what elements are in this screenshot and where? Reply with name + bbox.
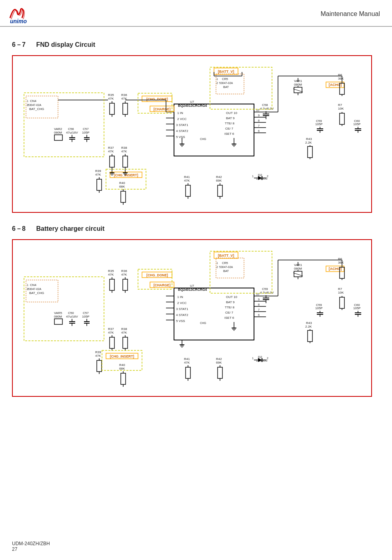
svg-text:R43: R43 <box>306 137 312 141</box>
svg-text:BAT: BAT <box>223 269 229 273</box>
unimo-logo: unimo <box>8 4 44 24</box>
svg-text:47K: 47K <box>108 97 114 100</box>
svg-text:68K: 68K <box>119 367 125 370</box>
svg-text:7: 7 <box>258 308 260 311</box>
circuit-svg-1: [BATT_V] [ACHO] R6 36K R7 10K VAR1 080M <box>17 60 367 208</box>
svg-text:R39: R39 <box>95 350 101 354</box>
main-content: 6－7 FND display Circuit [BATT_V] [ACHO] … <box>0 27 392 417</box>
svg-text:3  STAT1: 3 STAT1 <box>176 307 188 311</box>
svg-text:36K: 36K <box>338 77 344 80</box>
svg-text:R41: R41 <box>184 357 190 361</box>
svg-text:5  VSS: 5 VSS <box>176 135 185 139</box>
svg-text:2: 2 <box>267 175 268 178</box>
section-6-8-heading: 6－8 Battery charger circuit <box>12 225 380 233</box>
circuit-diagram-1: [BATT_V] [ACHO] R6 36K R7 10K VAR1 080M <box>12 55 372 213</box>
section-6-7-title: FND display Circuit <box>36 41 95 48</box>
svg-text:2: 2 <box>216 266 218 268</box>
svg-text:1  IN: 1 IN <box>177 295 183 299</box>
svg-text:5  VSS: 5 VSS <box>176 319 185 323</box>
footer-model: UDM-240ZH/ZBH <box>12 541 50 546</box>
svg-text:47K: 47K <box>108 273 114 276</box>
svg-text:R37: R37 <box>108 146 114 150</box>
section-6-8-title: Battery charger circuit <box>36 225 104 232</box>
svg-text:9: 9 <box>258 114 260 117</box>
footer-page: 27 <box>12 546 50 552</box>
svg-text:CE/   7: CE/ 7 <box>225 311 234 314</box>
svg-text:[BATT_V]: [BATT_V] <box>218 254 234 258</box>
svg-text:CR5: CR5 <box>222 261 228 265</box>
svg-text:R38: R38 <box>121 146 127 150</box>
svg-text:105P: 105P <box>353 122 361 126</box>
svg-text:47u/16V: 47u/16V <box>66 315 78 318</box>
header-title: Maintenance Manual <box>320 10 380 18</box>
svg-text:1: 1 <box>27 100 28 102</box>
svg-text:47K: 47K <box>121 331 127 334</box>
svg-text:105P: 105P <box>353 306 361 310</box>
svg-text:69K: 69K <box>216 361 222 364</box>
svg-text:2  VCC: 2 VCC <box>177 301 187 305</box>
svg-text:R40: R40 <box>119 181 125 185</box>
svg-text:BAT: BAT <box>223 85 229 89</box>
svg-text:36K: 36K <box>338 261 344 264</box>
svg-text:47K: 47K <box>95 354 101 358</box>
svg-text:2: 2 <box>267 357 268 360</box>
svg-text:R35: R35 <box>108 269 114 273</box>
svg-text:ISET   6: ISET 6 <box>224 316 234 320</box>
svg-text:47K: 47K <box>108 150 114 153</box>
header: unimo Maintenance Manual <box>0 0 392 27</box>
svg-text:[CHARGE]: [CHARGE] <box>154 283 171 287</box>
svg-text:68K: 68K <box>119 185 125 188</box>
svg-text:[CHARGE]: [CHARGE] <box>154 107 171 111</box>
svg-text:10K: 10K <box>338 291 344 294</box>
svg-text:OUT  10: OUT 10 <box>226 111 237 115</box>
svg-text:8: 8 <box>258 303 260 306</box>
section-6-7-label: 6－7 <box>12 41 26 48</box>
svg-text:2: 2 <box>27 288 28 290</box>
svg-text:R7: R7 <box>338 103 342 107</box>
svg-text:CE/   7: CE/ 7 <box>225 127 234 130</box>
svg-text:R43: R43 <box>306 321 312 325</box>
svg-text:1: 1 <box>252 357 254 360</box>
footer: UDM-240ZH/ZBH 27 <box>12 541 50 552</box>
svg-text:R36: R36 <box>121 93 127 97</box>
svg-text:C59: C59 <box>262 287 268 291</box>
svg-text:BAT   9: BAT 9 <box>226 116 235 120</box>
svg-text:6: 6 <box>258 314 260 316</box>
svg-text:2  VCC: 2 VCC <box>177 117 187 121</box>
svg-text:53047-02A: 53047-02A <box>219 82 233 84</box>
section-6-8-label: 6－8 <box>12 225 26 232</box>
svg-text:ISET   6: ISET 6 <box>224 132 234 136</box>
svg-text:47K: 47K <box>184 361 190 364</box>
svg-text:47u/16V: 47u/16V <box>66 131 78 134</box>
svg-text:VAR2: VAR2 <box>54 127 62 131</box>
svg-text:1  IN: 1 IN <box>177 111 183 115</box>
svg-text:2: 2 <box>216 82 218 84</box>
svg-text:OUT  10: OUT 10 <box>226 295 237 299</box>
svg-text:105P: 105P <box>315 306 323 310</box>
svg-text:R40: R40 <box>119 363 125 367</box>
svg-text:2.2K: 2.2K <box>305 325 312 328</box>
svg-text:R36: R36 <box>121 269 127 273</box>
svg-text:6: 6 <box>258 130 260 132</box>
svg-text:TTE/   8: TTE/ 8 <box>225 306 235 309</box>
circuit-svg-2: [BATT_V] [ACHO] R6 36K R7 10K VAR1 080M <box>17 244 367 392</box>
svg-text:53047-02A: 53047-02A <box>219 266 233 268</box>
svg-text:1: 1 <box>216 78 218 80</box>
svg-text:2.2K: 2.2K <box>305 141 312 144</box>
svg-text:4  STAT2: 4 STAT2 <box>176 129 188 133</box>
svg-text:53047-02A: 53047-02A <box>28 288 42 290</box>
svg-text:[CHG_DONE]: [CHG_DONE] <box>146 97 168 101</box>
svg-text:CN4: CN4 <box>30 99 37 103</box>
svg-text:2: 2 <box>27 104 28 106</box>
svg-text:47K: 47K <box>95 173 101 176</box>
svg-text:[CHG_INSERT]: [CHG_INSERT] <box>110 354 134 358</box>
svg-text:R38: R38 <box>121 327 127 331</box>
svg-text:080M: 080M <box>54 315 62 318</box>
svg-text:1: 1 <box>216 262 218 264</box>
svg-text:U7: U7 <box>190 100 194 104</box>
svg-text:CN4: CN4 <box>30 283 37 287</box>
svg-text:unimo: unimo <box>10 18 27 24</box>
svg-text:080M: 080M <box>294 83 302 86</box>
logo-area: unimo <box>8 4 44 24</box>
svg-text:[BATT_V]: [BATT_V] <box>218 70 234 74</box>
